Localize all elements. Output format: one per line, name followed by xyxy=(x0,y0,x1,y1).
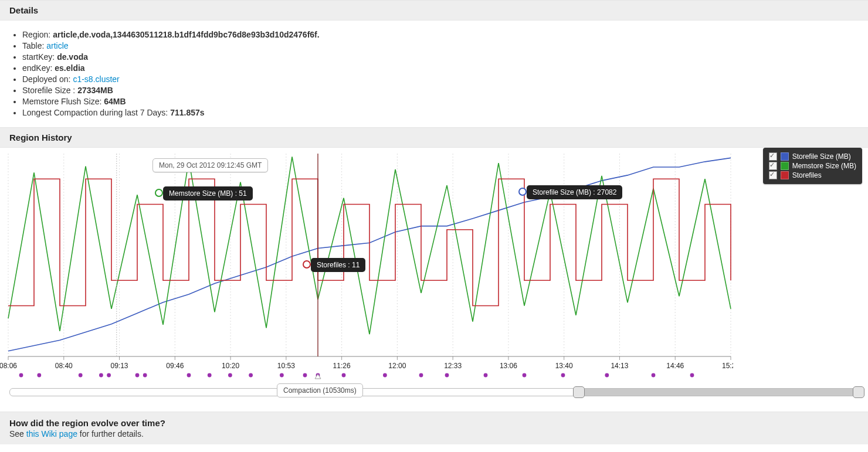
svg-text:13:40: 13:40 xyxy=(555,362,573,370)
details-body: Region: article,de.voda,1344630511218.b1… xyxy=(0,21,868,127)
footer-pre: See xyxy=(9,429,26,439)
slider-handle-start[interactable] xyxy=(573,386,585,398)
legend-swatch-red xyxy=(781,171,789,179)
svg-point-45 xyxy=(19,373,23,378)
svg-point-47 xyxy=(79,373,83,378)
svg-text:11:26: 11:26 xyxy=(333,362,351,370)
checkbox-icon[interactable] xyxy=(769,162,777,170)
callout-storefile-size-text: Storefile Size (MB) : 27082 xyxy=(533,188,616,196)
svg-point-61 xyxy=(419,373,423,378)
svg-text:09:46: 09:46 xyxy=(166,362,184,370)
svg-point-64 xyxy=(523,373,527,378)
region-value: article,de.voda,1344630511218.b1df14fdd9… xyxy=(53,30,319,39)
details-list: Region: article,de.voda,1344630511218.b1… xyxy=(22,30,859,117)
svg-text:10:20: 10:20 xyxy=(222,362,239,370)
endkey-label: endKey: xyxy=(22,63,55,73)
longest-compaction-label: Longest Compaction during last 7 Days: xyxy=(22,108,170,117)
callout-memstore: Memstore Size (MB) : 51 xyxy=(163,186,253,200)
svg-text:15:20: 15:20 xyxy=(722,362,733,370)
svg-text:10:53: 10:53 xyxy=(277,362,295,370)
svg-point-50 xyxy=(135,373,140,378)
svg-text:12:00: 12:00 xyxy=(388,362,406,370)
svg-point-54 xyxy=(228,373,232,378)
detail-region: Region: article,de.voda,1344630511218.b1… xyxy=(22,30,859,39)
callout-storefile-size: Storefile Size (MB) : 27082 xyxy=(527,185,622,199)
footer-post: for further details. xyxy=(77,429,144,439)
storefile-size-value: 27334MB xyxy=(77,86,113,95)
svg-text:08:40: 08:40 xyxy=(55,362,73,370)
detail-memstore-flush: Memstore Flush Size: 64MB xyxy=(22,97,859,106)
slider-handle-end[interactable] xyxy=(853,386,864,398)
legend-item-storefile-size[interactable]: Storefile Size (MB) xyxy=(769,152,856,161)
svg-point-62 xyxy=(445,373,449,378)
chart-legend: Storefile Size (MB) Memstore Size (MB) S… xyxy=(763,148,862,184)
svg-point-51 xyxy=(143,373,147,378)
svg-point-66 xyxy=(605,373,609,378)
storefile-size-label: Storefile Size : xyxy=(22,86,77,95)
svg-point-52 xyxy=(187,373,191,378)
svg-point-48 xyxy=(99,373,103,378)
deployed-link[interactable]: c1-s8.cluster xyxy=(73,74,119,84)
startkey-value: de.voda xyxy=(57,52,88,62)
svg-point-53 xyxy=(208,373,212,378)
time-range-slider[interactable] xyxy=(9,388,859,396)
dot-icon xyxy=(518,188,527,196)
callout-memstore-text: Memstore Size (MB) : 51 xyxy=(169,189,247,198)
memstore-flush-label: Memstore Flush Size: xyxy=(22,97,104,106)
endkey-value: es.eldia xyxy=(55,63,84,73)
detail-deployed: Deployed on: c1-s8.cluster xyxy=(22,74,859,84)
detail-table: Table: article xyxy=(22,41,859,50)
detail-longest-compaction: Longest Compaction during last 7 Days: 7… xyxy=(22,108,859,117)
legend-item-memstore-size[interactable]: Memstore Size (MB) xyxy=(769,162,856,170)
svg-point-49 xyxy=(107,373,111,378)
checkbox-icon[interactable] xyxy=(769,171,777,179)
history-body: Storefile Size (MB) Memstore Size (MB) S… xyxy=(0,148,868,412)
svg-text:13:06: 13:06 xyxy=(500,362,517,370)
svg-text:09:13: 09:13 xyxy=(111,362,128,370)
detail-endkey: endKey: es.eldia xyxy=(22,63,859,73)
table-label: Table: xyxy=(22,41,46,50)
slider-fill xyxy=(578,389,858,396)
checkbox-icon[interactable] xyxy=(769,152,777,161)
table-link[interactable]: article xyxy=(46,41,68,50)
svg-point-67 xyxy=(652,373,656,378)
footer-question: How did the region evolve over time? xyxy=(9,418,859,428)
footer-wiki-link[interactable]: this Wiki page xyxy=(26,429,77,439)
details-heading: Details xyxy=(0,0,868,21)
footer-section: How did the region evolve over time? See… xyxy=(0,412,868,444)
svg-point-59 xyxy=(342,373,346,378)
legend-label: Storefile Size (MB) xyxy=(792,152,851,161)
legend-swatch-blue xyxy=(781,152,789,161)
deployed-label: Deployed on: xyxy=(22,74,73,84)
svg-text:14:13: 14:13 xyxy=(611,362,628,370)
dot-icon xyxy=(155,189,163,197)
region-history-chart[interactable]: 08:0608:4009:1309:4610:2010:5311:2612:00… xyxy=(0,150,733,385)
svg-text:08:06: 08:06 xyxy=(0,362,17,370)
svg-point-57 xyxy=(303,373,307,378)
svg-point-55 xyxy=(249,373,253,378)
svg-point-56 xyxy=(280,373,284,378)
callout-storefiles-text: Storefiles : 11 xyxy=(317,261,360,269)
legend-label: Memstore Size (MB) xyxy=(792,162,856,170)
legend-label: Storefiles xyxy=(792,171,822,179)
startkey-label: startKey: xyxy=(22,52,57,62)
svg-point-60 xyxy=(383,373,387,378)
svg-point-46 xyxy=(37,373,41,378)
detail-storefile-size: Storefile Size : 27334MB xyxy=(22,86,859,95)
memstore-flush-value: 64MB xyxy=(104,97,126,106)
dot-icon xyxy=(303,260,311,269)
region-label: Region: xyxy=(22,30,53,39)
svg-text:12:33: 12:33 xyxy=(444,362,462,370)
legend-item-storefiles[interactable]: Storefiles xyxy=(769,171,856,179)
svg-point-65 xyxy=(561,373,565,378)
footer-hint: See this Wiki page for further details. xyxy=(9,429,859,439)
detail-startkey: startKey: de.voda xyxy=(22,52,859,62)
event-tooltip: Compaction (10530ms) xyxy=(277,383,363,397)
hover-time-tooltip: Mon, 29 Oct 2012 09:12:45 GMT xyxy=(152,158,268,172)
svg-point-68 xyxy=(690,373,694,378)
callout-storefiles: Storefiles : 11 xyxy=(311,258,365,272)
svg-point-63 xyxy=(484,373,488,378)
legend-swatch-green xyxy=(781,162,789,170)
svg-text:14:46: 14:46 xyxy=(666,362,684,370)
history-heading: Region History xyxy=(0,127,868,148)
